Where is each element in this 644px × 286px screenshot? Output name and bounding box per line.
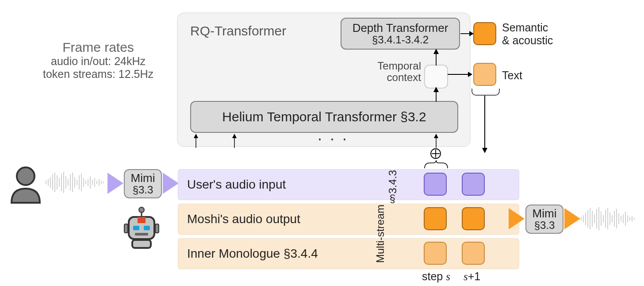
token-user-s (424, 173, 447, 196)
combine-brace (424, 159, 448, 169)
mimi-out-name: Mimi (533, 207, 557, 220)
svg-rect-53 (135, 233, 148, 236)
token-audio-s1 (462, 207, 485, 230)
mimi-in-block: Mimi §3.3 (124, 169, 162, 198)
plus-combine-icon (430, 148, 441, 159)
waveform-in-icon (45, 170, 107, 195)
depth-transformer-ref: §3.4.1-3.4.2 (372, 34, 429, 46)
mimi-in-name: Mimi (131, 172, 155, 185)
depth-transformer-line1: Depth Transformer (353, 22, 448, 35)
output-text-label: Text (502, 69, 522, 82)
mimi-out-block: Mimi §3.3 (525, 205, 564, 234)
output-down-arrow (482, 96, 491, 153)
output-text-token (473, 63, 496, 86)
svg-rect-51 (133, 226, 139, 230)
step-s-label: step s (422, 270, 450, 283)
multistream-label: Multi-stream (374, 205, 387, 263)
svg-marker-5 (468, 72, 472, 77)
token-inner-s (424, 242, 447, 265)
arrow-depth-to-semantic (460, 30, 474, 39)
stream-user-label: User's audio input (187, 178, 286, 192)
frame-rates-block: Frame rates audio in/out: 24kHz token st… (27, 40, 169, 81)
frame-rates-title: Frame rates (27, 40, 169, 55)
frame-rates-line2: token streams: 12.5Hz (27, 68, 169, 81)
svg-rect-52 (144, 226, 150, 230)
triangle-orange-to-mimi (509, 208, 525, 229)
token-inner-s1 (462, 242, 485, 265)
svg-marker-11 (194, 134, 198, 138)
arrow-helium-to-temporal (433, 87, 440, 102)
mimi-in-ref: §3.3 (133, 184, 153, 196)
output-semantic-label: Semantic & acoustic (502, 21, 553, 47)
multistream-ref: §3.4.3 (387, 170, 399, 205)
svg-point-47 (139, 207, 144, 213)
triangle-orange-out (564, 208, 580, 229)
svg-point-19 (17, 167, 34, 185)
svg-rect-50 (138, 217, 146, 223)
step-s1-label: s+1 (464, 270, 480, 283)
svg-marker-13 (232, 134, 237, 138)
triangle-purple-in (107, 173, 123, 194)
svg-marker-15 (434, 134, 438, 138)
temporal-context-token (424, 65, 448, 89)
svg-rect-55 (124, 224, 128, 233)
robot-icon (122, 205, 161, 250)
output-brace (472, 89, 500, 96)
stream-inner-label: Inner Monologue §3.4.4 (187, 247, 318, 261)
svg-rect-54 (132, 240, 151, 248)
frame-rates-line1: audio in/out: 24kHz (27, 55, 169, 68)
rq-transformer-title: RQ-Transformer (190, 23, 286, 39)
stream-audio-label: Moshi's audio output (187, 212, 300, 226)
output-semantic-token (473, 22, 496, 45)
mimi-out-ref: §3.3 (534, 220, 555, 231)
arrow-input-1 (192, 133, 199, 148)
ellipsis-icon: ··· (318, 129, 355, 148)
svg-marker-1 (482, 148, 487, 153)
helium-temporal-block: Helium Temporal Transformer §3.2 (190, 101, 458, 133)
svg-marker-7 (433, 49, 439, 54)
waveform-out-icon (580, 206, 638, 231)
arrow-input-2 (231, 133, 238, 148)
depth-transformer-block: Depth Transformer §3.4.1-3.4.2 (341, 18, 460, 50)
triangle-purple-out (163, 173, 179, 194)
user-icon (8, 165, 43, 205)
arrow-temporal-to-depth (433, 49, 440, 66)
svg-marker-3 (469, 31, 474, 36)
token-user-s1 (462, 173, 485, 196)
svg-marker-9 (433, 87, 439, 92)
token-audio-s (424, 207, 447, 230)
arrow-input-s (433, 133, 440, 148)
arrow-temporal-to-text (448, 71, 472, 80)
svg-rect-56 (155, 224, 159, 233)
helium-temporal-label: Helium Temporal Transformer §3.2 (222, 109, 426, 124)
temporal-context-label: Temporal context (355, 60, 421, 84)
